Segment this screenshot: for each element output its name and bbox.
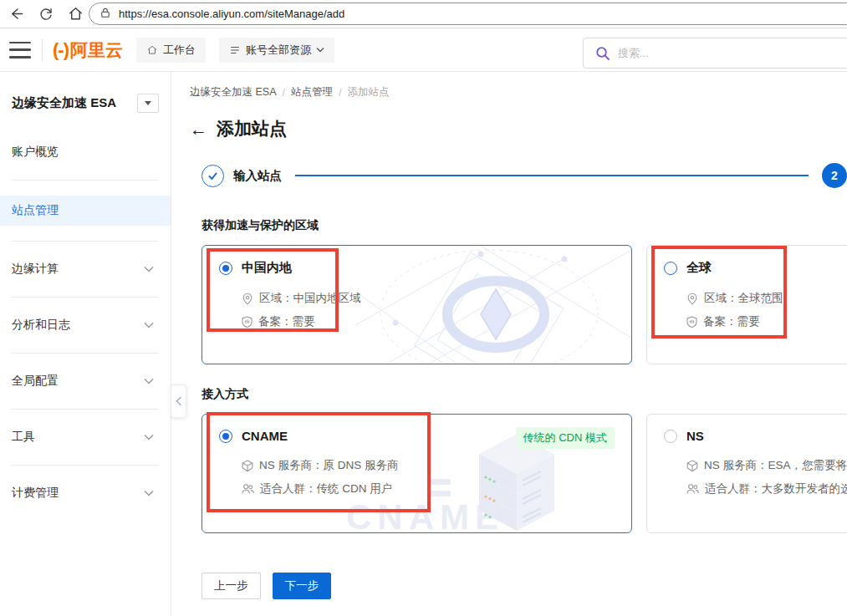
sidebar-item-analytics-logs[interactable]: 分析和日志 [0, 313, 171, 338]
console-topbar: (-) 阿里云 工作台 账号全部资源 [0, 28, 847, 72]
workbench-home-icon [146, 44, 158, 56]
sidebar: 边缘安全加速 ESA 账户概览 站点管理 边缘计算 分析和日志 全局配置 工具 [0, 72, 171, 616]
sidebar-divider [12, 465, 159, 466]
cname-watermark: CNAME [346, 497, 504, 533]
browser-home-icon[interactable] [66, 5, 84, 23]
audience-text: 适合人群：传统 CDN 用户 [260, 481, 392, 496]
aliyun-logo-mark: (-) [53, 39, 69, 61]
address-bar[interactable]: https://esa.console.aliyun.com/siteManag… [89, 3, 847, 25]
chevron-down-icon [144, 378, 154, 384]
topbar-divider [42, 39, 43, 61]
cname-mode-badge: 传统的 CDN 模式 [516, 427, 615, 449]
step1-done-icon [202, 165, 224, 187]
search-input[interactable] [618, 47, 847, 59]
sidebar-item-label: 账户概览 [12, 145, 59, 160]
region-scope-text: 区域：全球范围 [704, 291, 783, 306]
radio-cname[interactable] [219, 430, 232, 443]
region-option-global[interactable]: 全球 区域：全球范围 备案：需要 [646, 245, 847, 364]
sidebar-item-label: 边缘计算 [12, 262, 59, 277]
radio-global[interactable] [664, 262, 677, 275]
sidebar-divider [12, 353, 159, 354]
breadcrumb: 边缘安全加速 ESA / 站点管理 / 添加站点 [190, 85, 847, 99]
sidebar-item-label: 分析和日志 [12, 318, 70, 333]
chevron-down-icon [144, 490, 154, 496]
region-option-title: 全球 [686, 260, 712, 276]
sidebar-divider [12, 180, 159, 181]
sidebar-item-tools[interactable]: 工具 [0, 425, 171, 450]
chevron-down-icon [144, 434, 154, 440]
chevron-down-icon [316, 47, 324, 53]
site-lock-icon[interactable] [99, 7, 111, 22]
access-option-title: NS [686, 429, 704, 443]
radio-ns[interactable] [664, 430, 677, 443]
resources-list-icon [229, 44, 241, 56]
browser-toolbar: https://esa.console.aliyun.com/siteManag… [0, 0, 847, 28]
product-switcher-button[interactable] [137, 94, 159, 113]
sidebar-item-label: 站点管理 [12, 203, 59, 218]
workbench-label: 工作台 [163, 43, 196, 58]
page-title: 添加站点 [217, 117, 287, 140]
sidebar-divider [12, 297, 159, 298]
region-option-title: 中国内地 [242, 260, 292, 276]
ns-provider-icon [242, 460, 253, 472]
browser-refresh-icon[interactable] [37, 5, 55, 23]
access-section-title: 接入方式 [202, 387, 847, 402]
region-option-china-mainland[interactable]: 中国内地 区域：中国内地区域 备案：需要 [202, 245, 632, 364]
audience-people-icon [686, 483, 699, 495]
step1-label: 输入站点 [233, 168, 282, 184]
breadcrumb-item-esa[interactable]: 边缘安全加速 ESA [190, 85, 277, 99]
ns-provider-text: NS 服务商：原 DNS 服务商 [259, 458, 399, 473]
url-text: https://esa.console.aliyun.com/siteManag… [119, 8, 344, 20]
audience-people-icon [242, 483, 254, 495]
region-scope-text: 区域：中国内地区域 [259, 291, 361, 306]
access-option-cname[interactable]: 传统的 CDN 模式 CNAME [202, 414, 632, 533]
sidebar-item-global-config[interactable]: 全局配置 [0, 369, 171, 394]
record-shield-icon [686, 316, 697, 328]
search-icon [595, 46, 610, 61]
sidebar-divider [12, 409, 159, 410]
sidebar-item-label: 工具 [12, 430, 35, 445]
ns-provider-text: NS 服务商：ESA，您需要将原 DNS [704, 458, 847, 473]
sidebar-item-account-overview[interactable]: 账户概览 [0, 140, 171, 165]
wizard-stepper: 输入站点 2 选择 [202, 163, 847, 188]
sidebar-item-billing[interactable]: 计费管理 [0, 481, 171, 506]
chevron-left-icon [175, 396, 182, 406]
audience-text: 适合人群：大多数开发者的选择 [705, 481, 847, 496]
breadcrumb-separator: / [283, 87, 285, 99]
caret-down-icon [145, 101, 151, 105]
record-shield-icon [242, 316, 253, 328]
back-arrow-icon[interactable]: ← [190, 120, 207, 138]
radio-china-mainland[interactable] [219, 262, 232, 275]
chevron-down-icon [144, 266, 154, 272]
previous-step-button[interactable]: 上一步 [202, 573, 261, 599]
record-requirement-text: 备案：需要 [258, 314, 315, 329]
region-section-title: 获得加速与保护的区域 [202, 218, 847, 233]
record-requirement-text: 备案：需要 [703, 314, 760, 329]
product-title: 边缘安全加速 ESA [12, 95, 116, 111]
access-option-title: CNAME [242, 429, 288, 443]
account-resources-label: 账号全部资源 [246, 43, 311, 58]
aliyun-logo[interactable]: (-) 阿里云 [53, 38, 123, 62]
next-step-button[interactable]: 下一步 [273, 573, 332, 599]
console-search[interactable] [583, 38, 847, 69]
breadcrumb-separator: / [339, 87, 341, 99]
sidebar-item-site-management[interactable]: 站点管理 [0, 196, 171, 226]
chevron-down-icon [144, 322, 154, 328]
menu-hamburger-icon[interactable] [9, 42, 31, 59]
account-resources-button[interactable]: 账号全部资源 [219, 38, 334, 63]
sidebar-item-label: 全局配置 [12, 374, 59, 389]
location-pin-icon [686, 293, 698, 305]
access-option-ns[interactable]: NS NS 服务商：ESA，您需要将原 DNS 适合人群：大多数开发者的选择 [646, 414, 847, 533]
aliyun-logo-text: 阿里云 [70, 38, 123, 62]
sidebar-divider [12, 241, 159, 242]
ns-provider-icon [686, 460, 698, 472]
sidebar-collapse-handle[interactable] [171, 384, 186, 418]
main-content: 边缘安全加速 ESA / 站点管理 / 添加站点 ← 添加站点 输入站点 2 选… [171, 72, 847, 616]
breadcrumb-item-site-management[interactable]: 站点管理 [291, 85, 333, 99]
stepper-connector [295, 175, 809, 176]
browser-back-icon[interactable] [7, 5, 25, 23]
sidebar-item-edge-compute[interactable]: 边缘计算 [0, 257, 171, 282]
step2-number-badge: 2 [822, 163, 847, 188]
workbench-button[interactable]: 工作台 [136, 38, 206, 63]
breadcrumb-item-current: 添加站点 [347, 85, 389, 99]
